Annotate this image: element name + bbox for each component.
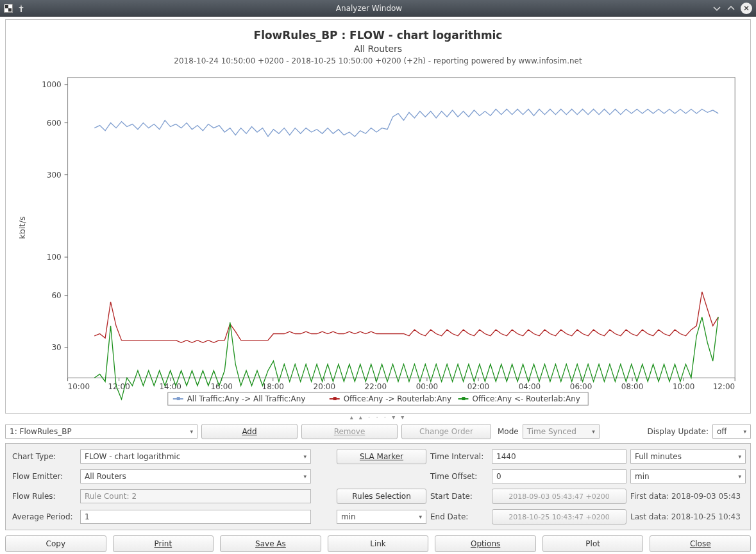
- flow-rules-label: Flow Rules:: [12, 492, 76, 501]
- rules-selection-button[interactable]: Rules Selection: [337, 489, 426, 504]
- panel-divider[interactable]: ▴ ▴ · · · ▾ ▾: [5, 414, 751, 421]
- chevron-down-icon: ▾: [743, 428, 746, 435]
- chart-type-label: Chart Type:: [12, 452, 76, 461]
- mode-label: Mode: [498, 427, 519, 436]
- time-offset-label: Time Offset:: [430, 472, 488, 481]
- flow-emitter-select[interactable]: All Routers▾: [80, 469, 311, 483]
- chart-meta: 2018-10-24 10:50:00 +0200 - 2018-10-25 1…: [174, 56, 582, 65]
- app-icon: [4, 4, 13, 13]
- svg-rect-25: [333, 397, 337, 400]
- start-date-button[interactable]: 2018-09-03 05:43:47 +0200: [492, 489, 626, 504]
- mode-select[interactable]: Time Synced ▾: [523, 424, 600, 439]
- last-data-info: Last data: 2018-10-25 10:43: [630, 512, 746, 521]
- x-tick-label: 08:00: [621, 382, 643, 391]
- x-tick-label: 20:00: [314, 382, 335, 391]
- chevron-down-icon: ▾: [190, 428, 193, 435]
- window-title: Analyzer Window: [26, 4, 712, 13]
- series-line-0: [94, 109, 718, 137]
- close-button[interactable]: Close: [650, 535, 751, 552]
- change-order-button[interactable]: Change Order: [401, 424, 491, 439]
- minimize-icon[interactable]: [712, 4, 721, 13]
- svg-rect-27: [462, 397, 465, 400]
- x-tick-label: 04:00: [519, 382, 541, 391]
- legend-label: Office:Any -> Routerlab:Any: [344, 394, 451, 403]
- legend-label: Office:Any <- Routerlab:Any: [472, 394, 580, 403]
- remove-button[interactable]: Remove: [301, 424, 398, 439]
- x-tick-label: 10:00: [673, 382, 694, 391]
- time-interval-unit-select[interactable]: Full minutes▾: [630, 449, 746, 464]
- flowrules-select-value: 1: FlowRules_BP: [10, 427, 72, 436]
- display-update-select[interactable]: off ▾: [712, 424, 751, 439]
- options-panel: Chart Type: FLOW - chart logarithmic▾ SL…: [5, 443, 751, 530]
- end-date-button[interactable]: 2018-10-25 10:43:47 +0200: [492, 509, 626, 525]
- x-tick-label: 12:00: [713, 382, 735, 391]
- average-period-unit-select[interactable]: min▾: [337, 510, 426, 524]
- add-button[interactable]: Add: [201, 424, 298, 439]
- flow-rules-display: Rule Count: 2: [80, 489, 311, 503]
- control-row: 1: FlowRules_BP ▾ Add Remove Change Orde…: [5, 424, 751, 439]
- x-tick-label: 00:00: [416, 382, 438, 391]
- x-tick-label: 02:00: [467, 382, 489, 391]
- x-tick-label: 18:00: [262, 382, 284, 391]
- pin-icon[interactable]: [17, 4, 26, 13]
- link-button[interactable]: Link: [328, 535, 429, 552]
- time-interval-label: Time Interval:: [430, 452, 488, 461]
- x-tick-label: 16:00: [210, 382, 232, 391]
- display-update-label: Display Update:: [647, 427, 709, 436]
- series-line-1: [94, 292, 718, 342]
- y-tick-label: 300: [47, 171, 62, 180]
- chevron-down-icon: ▾: [592, 428, 595, 435]
- flow-emitter-label: Flow Emitter:: [12, 472, 76, 481]
- y-tick-label: 60: [51, 291, 61, 300]
- x-tick-label: 10:00: [68, 382, 90, 391]
- end-date-label: End Date:: [430, 512, 488, 521]
- x-tick-label: 22:00: [365, 382, 387, 391]
- time-interval-input[interactable]: 1440: [492, 449, 626, 464]
- svg-rect-23: [177, 397, 180, 400]
- sla-marker-button[interactable]: SLA Marker: [337, 449, 426, 464]
- y-tick-label: 600: [47, 119, 62, 128]
- footer-buttons: Copy Print Save As Link Options Plot Clo…: [5, 535, 751, 552]
- legend-label: All Traffic:Any -> All Traffic:Any: [187, 394, 306, 403]
- window-titlebar: Analyzer Window ✕: [0, 0, 756, 17]
- plot-button[interactable]: Plot: [542, 535, 644, 552]
- x-tick-label: 12:00: [108, 382, 130, 391]
- y-tick-label: 1000: [42, 80, 61, 89]
- copy-button[interactable]: Copy: [5, 535, 106, 552]
- x-tick-label: 06:00: [570, 382, 592, 391]
- plot-border: [68, 78, 735, 378]
- flow-chart[interactable]: FlowRules_BP : FLOW - chart logarithmicA…: [6, 20, 750, 413]
- first-data-info: First data: 2018-09-03 05:43: [630, 492, 746, 501]
- average-period-label: Average Period:: [12, 512, 76, 521]
- close-window-icon[interactable]: ✕: [741, 3, 752, 14]
- time-offset-unit-select[interactable]: min▾: [630, 469, 746, 483]
- svg-rect-0: [5, 5, 8, 8]
- chart-subtitle: All Routers: [354, 44, 402, 54]
- flowrules-select[interactable]: 1: FlowRules_BP ▾: [5, 424, 197, 439]
- chart-title: FlowRules_BP : FLOW - chart logarithmic: [254, 29, 503, 42]
- save-as-button[interactable]: Save As: [220, 535, 321, 552]
- time-offset-input[interactable]: 0: [492, 469, 626, 483]
- maximize-icon[interactable]: [727, 4, 735, 13]
- svg-rect-1: [8, 8, 12, 12]
- y-tick-label: 30: [51, 343, 61, 352]
- chart-container: FlowRules_BP : FLOW - chart logarithmicA…: [5, 19, 751, 414]
- start-date-label: Start Date:: [430, 492, 488, 501]
- y-axis-label: kbit/s: [17, 216, 27, 239]
- chart-type-select[interactable]: FLOW - chart logarithmic▾: [80, 449, 311, 464]
- options-button[interactable]: Options: [435, 535, 536, 552]
- y-tick-label: 100: [47, 253, 62, 262]
- average-period-input[interactable]: 1: [80, 510, 311, 524]
- print-button[interactable]: Print: [113, 535, 214, 552]
- x-tick-label: 14:00: [159, 382, 181, 391]
